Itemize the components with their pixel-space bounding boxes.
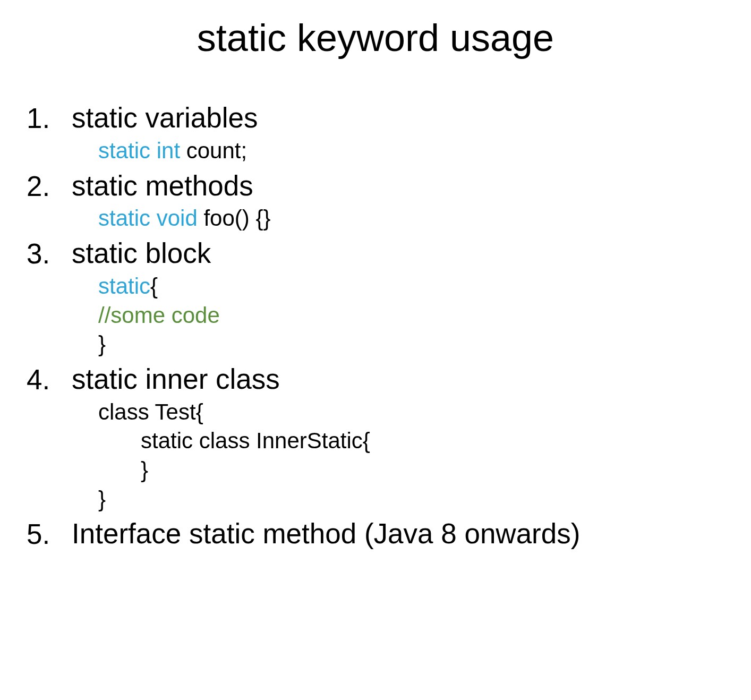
code-line: static class InnerStatic{ — [98, 426, 724, 456]
code-line: } — [98, 330, 724, 359]
list-item-5: Interface static method (Java 8 onwards) — [27, 518, 724, 550]
code-text: { — [150, 274, 158, 298]
code-block-3: static{ //some code } — [72, 272, 724, 359]
list-item-4: static inner class class Test{ static cl… — [27, 363, 724, 514]
code-comment: //some code — [98, 303, 220, 328]
slide-title: static keyword usage — [27, 16, 724, 59]
item-title-4: static inner class — [72, 363, 724, 396]
item-title-5: Interface static method (Java 8 onwards) — [72, 518, 724, 550]
code-text: } — [98, 331, 106, 356]
code-block-2: static void foo() {} — [72, 204, 724, 233]
code-line: static void foo() {} — [98, 204, 724, 233]
code-block-4: class Test{ static class InnerStatic{ } … — [72, 398, 724, 514]
code-keyword: static void — [98, 206, 203, 231]
code-block-1: static int count; — [72, 136, 724, 166]
code-line: class Test{ — [98, 398, 724, 427]
code-line: //some code — [98, 301, 724, 330]
code-line: } — [98, 456, 724, 485]
code-line: } — [98, 485, 724, 514]
list-item-3: static block static{ //some code } — [27, 237, 724, 359]
code-text: count; — [186, 138, 247, 163]
item-title-1: static variables — [72, 102, 724, 134]
code-line: static{ — [98, 272, 724, 301]
code-text: } — [141, 457, 148, 482]
list-item-2: static methods static void foo() {} — [27, 170, 724, 234]
list-item-1: static variables static int count; — [27, 102, 724, 166]
code-line: static int count; — [98, 136, 724, 166]
code-text: static class InnerStatic{ — [141, 428, 370, 453]
code-text: class Test{ — [98, 399, 203, 424]
item-title-3: static block — [72, 237, 724, 270]
code-text: } — [98, 486, 106, 511]
usage-list: static variables static int count; stati… — [27, 102, 724, 550]
code-keyword: static — [98, 274, 150, 298]
code-keyword: static int — [98, 138, 186, 163]
item-title-2: static methods — [72, 170, 724, 202]
code-text: foo() {} — [203, 206, 270, 231]
